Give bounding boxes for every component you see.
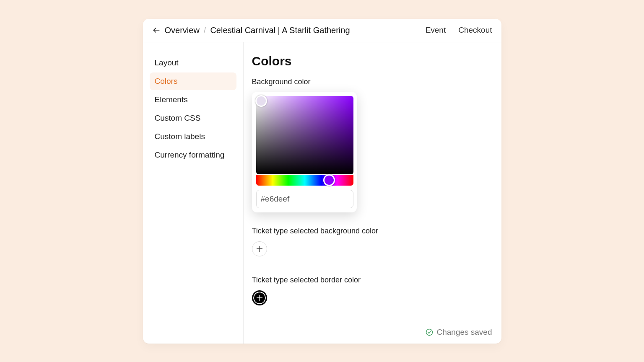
field-ticket-type-selected-border: Ticket type selected border color [252, 276, 493, 305]
plus-icon [257, 295, 262, 301]
field-ticket-type-selected-bg: Ticket type selected background color [252, 227, 493, 256]
sv-handle[interactable] [255, 95, 267, 107]
page-title: Colors [252, 54, 493, 68]
field-label: Background color [252, 78, 493, 86]
sidebar-item-custom-css[interactable]: Custom CSS [150, 109, 236, 127]
main: Colors Background color ( ( Ticket type … [244, 42, 501, 344]
hue-slider[interactable] [256, 175, 353, 186]
breadcrumb: Overview / Celestial Carnival | A Starli… [152, 26, 350, 35]
sidebar-item-elements[interactable]: Elements [150, 91, 236, 109]
swatch-button[interactable] [252, 290, 267, 305]
back-arrow-icon[interactable] [152, 26, 161, 34]
tab-checkout[interactable]: Checkout [458, 26, 492, 35]
save-status: Changes saved [426, 328, 492, 337]
preview-tabs: Event Checkout [426, 26, 492, 35]
sidebar-item-layout[interactable]: Layout [150, 54, 236, 72]
svg-point-1 [426, 329, 433, 335]
color-picker-popover [252, 92, 357, 212]
header: Overview / Celestial Carnival | A Starli… [143, 19, 501, 42]
sidebar-item-custom-labels[interactable]: Custom labels [150, 128, 236, 145]
sidebar-item-currency[interactable]: Currency formatting [150, 146, 236, 164]
body: Layout Colors Elements Custom CSS Custom… [143, 42, 501, 344]
hue-handle[interactable] [323, 174, 335, 186]
sidebar: Layout Colors Elements Custom CSS Custom… [143, 42, 244, 344]
swatch-button[interactable] [252, 241, 267, 256]
check-circle-icon [426, 328, 433, 336]
sidebar-item-colors[interactable]: Colors [150, 72, 236, 90]
save-status-label: Changes saved [436, 328, 492, 337]
field-label: Ticket type selected border color [252, 276, 493, 284]
tab-event[interactable]: Event [426, 26, 446, 35]
settings-card: Overview / Celestial Carnival | A Starli… [143, 19, 501, 344]
breadcrumb-separator: / [204, 26, 206, 35]
breadcrumb-title: Celestial Carnival | A Starlit Gathering [210, 26, 350, 35]
plus-icon [257, 246, 262, 252]
breadcrumb-overview[interactable]: Overview [165, 26, 200, 35]
sv-field[interactable] [256, 96, 353, 174]
field-label: Ticket type selected background color [252, 227, 493, 235]
hex-input[interactable] [256, 190, 353, 208]
